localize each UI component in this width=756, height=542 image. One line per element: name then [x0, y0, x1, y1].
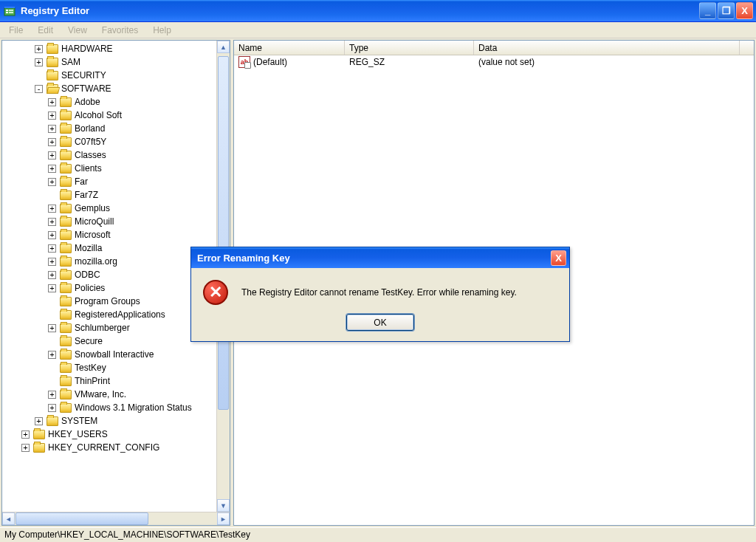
- title-bar[interactable]: Registry Editor _ ❐ X: [0, 0, 756, 22]
- menu-file[interactable]: File: [3, 24, 29, 37]
- expand-icon[interactable]: +: [21, 430, 30, 439]
- status-path: My Computer\HKEY_LOCAL_MACHINE\SOFTWARE\…: [4, 529, 250, 540]
- tree-item[interactable]: -SOFTWARE: [2, 82, 230, 95]
- folder-icon: [60, 310, 72, 320]
- expand-icon[interactable]: +: [48, 112, 56, 120]
- menu-help[interactable]: Help: [147, 24, 177, 37]
- folder-icon: [60, 97, 72, 107]
- folder-icon: [60, 164, 72, 174]
- tree-item[interactable]: Far7Z: [2, 188, 230, 202]
- tree-horizontal-scrollbar[interactable]: ◄ ►: [2, 512, 230, 525]
- tree-item[interactable]: TestKey: [2, 361, 230, 374]
- expand-icon[interactable]: +: [48, 324, 56, 332]
- string-value-icon: ab: [238, 56, 250, 68]
- expand-icon[interactable]: +: [48, 244, 56, 253]
- tree-item-label: C07ft5Y: [75, 137, 106, 147]
- expand-icon[interactable]: +: [48, 205, 56, 213]
- expand-icon[interactable]: +: [48, 218, 56, 226]
- expand-icon[interactable]: +: [48, 98, 56, 106]
- tree-item[interactable]: +HKEY_CURRENT_CONFIG: [2, 441, 230, 454]
- scroll-down-button[interactable]: ▼: [217, 499, 230, 512]
- tree-item[interactable]: +Windows 3.1 Migration Status: [2, 401, 230, 414]
- scroll-left-button[interactable]: ◄: [2, 512, 15, 525]
- tree-item[interactable]: +Microsoft: [2, 228, 230, 241]
- expand-icon[interactable]: +: [48, 151, 56, 159]
- expand-icon[interactable]: +: [48, 351, 56, 359]
- minimize-button[interactable]: _: [699, 2, 716, 19]
- menu-view[interactable]: View: [62, 24, 93, 37]
- expand-icon[interactable]: +: [48, 178, 56, 186]
- expand-icon[interactable]: +: [48, 404, 56, 412]
- folder-icon: [60, 377, 72, 386]
- expand-icon[interactable]: +: [48, 231, 56, 239]
- expand-icon[interactable]: +: [48, 125, 56, 133]
- tree-item-label: SOFTWARE: [61, 83, 111, 94]
- tree-item-label: Alcohol Soft: [75, 110, 122, 120]
- tree-item[interactable]: ThinPrint: [2, 374, 230, 388]
- column-headers: Name Type Data: [234, 41, 754, 55]
- expand-icon[interactable]: +: [48, 138, 56, 146]
- folder-icon: [60, 217, 72, 227]
- tree-item[interactable]: +Gemplus: [2, 202, 230, 215]
- expand-icon[interactable]: +: [35, 45, 43, 53]
- expand-icon[interactable]: +: [48, 284, 56, 292]
- expander-blank: [35, 72, 43, 80]
- tree-item[interactable]: +Alcohol Soft: [2, 109, 230, 122]
- folder-icon: [60, 124, 72, 134]
- scroll-up-button[interactable]: ▲: [217, 41, 230, 53]
- tree-item-label: Snowball Interactive: [75, 349, 154, 360]
- menu-edit[interactable]: Edit: [32, 24, 59, 37]
- tree-item-label: HKEY_CURRENT_CONFIG: [48, 442, 159, 453]
- tree-item[interactable]: +HARDWARE: [2, 42, 230, 55]
- folder-icon: [60, 323, 72, 333]
- expand-icon[interactable]: +: [35, 58, 43, 66]
- scroll-thumb[interactable]: [218, 56, 229, 410]
- status-bar: My Computer\HKEY_LOCAL_MACHINE\SOFTWARE\…: [0, 527, 756, 542]
- collapse-icon[interactable]: -: [35, 85, 43, 93]
- expand-icon[interactable]: +: [48, 165, 56, 173]
- tree-item[interactable]: +C07ft5Y: [2, 135, 230, 148]
- tree-item[interactable]: +Snowball Interactive: [2, 348, 230, 361]
- window-title: Registry Editor: [21, 5, 698, 16]
- tree-item[interactable]: +HKEY_USERS: [2, 428, 230, 441]
- tree-item[interactable]: +Adobe: [2, 95, 230, 109]
- expand-icon[interactable]: +: [48, 258, 56, 266]
- folder-icon: [60, 284, 72, 293]
- expand-icon[interactable]: +: [21, 444, 30, 452]
- list-row[interactable]: ab(Default)REG_SZ(value not set): [234, 55, 754, 69]
- folder-icon: [47, 71, 58, 80]
- expand-icon[interactable]: +: [35, 417, 43, 425]
- tree-item[interactable]: +SAM: [2, 55, 230, 69]
- tree-item[interactable]: +Clients: [2, 162, 230, 175]
- column-header-name[interactable]: Name: [234, 41, 345, 55]
- tree-item-label: Gemplus: [75, 203, 110, 213]
- tree-item[interactable]: +VMware, Inc.: [2, 388, 230, 401]
- tree-item-label: ThinPrint: [75, 376, 110, 386]
- tree-item-label: Far7Z: [75, 190, 98, 200]
- dialog-title-bar[interactable]: Error Renaming Key X: [191, 247, 569, 268]
- folder-icon: [60, 204, 72, 213]
- menu-favorites[interactable]: Favorites: [96, 24, 144, 37]
- maximize-button[interactable]: ❐: [718, 2, 735, 19]
- tree-item[interactable]: +Classes: [2, 148, 230, 162]
- folder-icon: [60, 337, 72, 346]
- window-close-button[interactable]: X: [736, 2, 753, 19]
- tree-item[interactable]: +SYSTEM: [2, 414, 230, 428]
- expand-icon[interactable]: +: [48, 271, 56, 279]
- tree-item[interactable]: +Far: [2, 175, 230, 188]
- tree-item[interactable]: +Borland: [2, 122, 230, 135]
- tree-item-label: Adobe: [75, 97, 100, 107]
- tree-item-label: ODBC: [75, 270, 100, 280]
- dialog-close-button[interactable]: X: [551, 250, 566, 266]
- tree-item[interactable]: +MicroQuill: [2, 215, 230, 228]
- column-header-data[interactable]: Data: [474, 41, 740, 55]
- ok-button[interactable]: OK: [346, 314, 414, 331]
- scroll-thumb[interactable]: [16, 512, 148, 525]
- expand-icon[interactable]: +: [48, 391, 56, 399]
- tree-item-label: SAM: [61, 57, 80, 67]
- tree-item[interactable]: SECURITY: [2, 69, 230, 82]
- value-data: (value not set): [474, 57, 740, 67]
- scroll-right-button[interactable]: ►: [217, 512, 230, 525]
- tree-item-label: Clients: [75, 163, 102, 174]
- column-header-type[interactable]: Type: [345, 41, 474, 55]
